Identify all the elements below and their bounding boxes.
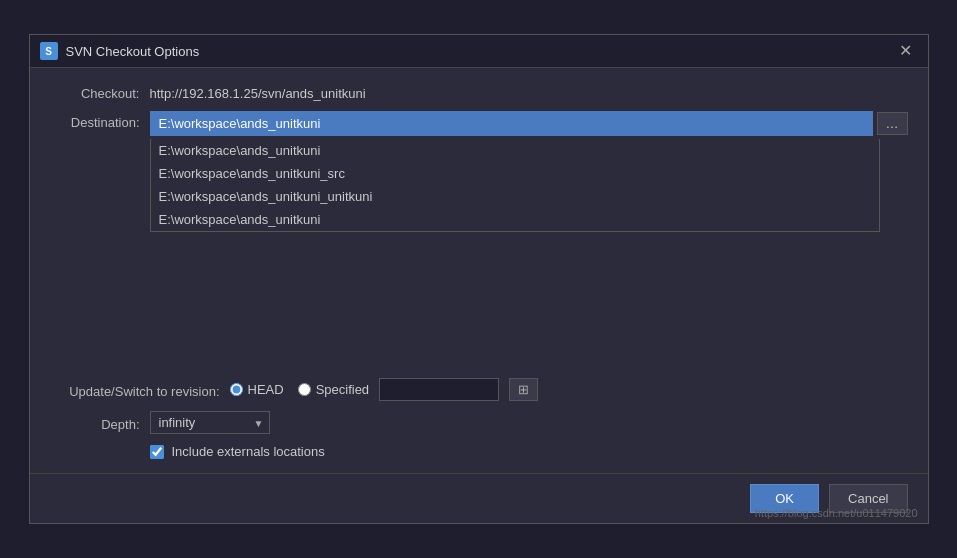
depth-label: Depth: <box>50 413 140 432</box>
dialog-content: Checkout: http://192.168.1.25/svn/ands_u… <box>30 68 928 473</box>
dropdown-item-0[interactable]: E:\workspace\ands_unitkuni <box>151 139 879 162</box>
watermark: https://blog.csdn.net/u011479020 <box>755 507 918 519</box>
checkout-label: Checkout: <box>50 82 140 101</box>
dropdown-item-1[interactable]: E:\workspace\ands_unitkuni_src <box>151 162 879 185</box>
revision-input[interactable] <box>379 378 499 401</box>
dialog-icon: S <box>40 42 58 60</box>
radio-head-label: HEAD <box>248 382 284 397</box>
depth-select-wrapper: infinity immediates files empty <box>150 411 270 434</box>
depth-row: Depth: infinity immediates files empty <box>50 411 908 434</box>
title-bar-left: S SVN Checkout Options <box>40 42 200 60</box>
externals-row: Include externals locations <box>150 444 908 459</box>
dialog-title: SVN Checkout Options <box>66 44 200 59</box>
radio-specified-input[interactable] <box>298 383 311 396</box>
destination-input-row: … <box>150 111 908 136</box>
depth-select[interactable]: infinity immediates files empty <box>150 411 270 434</box>
radio-head-input[interactable] <box>230 383 243 396</box>
externals-checkbox[interactable] <box>150 445 164 459</box>
destination-row: Destination: … E:\workspace\ands_unitkun… <box>50 111 908 136</box>
radio-specified[interactable]: Specified <box>298 382 369 397</box>
radio-specified-label: Specified <box>316 382 369 397</box>
svn-checkout-dialog: S SVN Checkout Options ✕ Checkout: http:… <box>29 34 929 524</box>
destination-label: Destination: <box>50 111 140 130</box>
externals-label: Include externals locations <box>172 444 325 459</box>
revision-folder-button[interactable]: ⊞ <box>509 378 538 401</box>
checkout-row: Checkout: http://192.168.1.25/svn/ands_u… <box>50 82 908 101</box>
dropdown-item-3[interactable]: E:\workspace\ands_unitkuni <box>151 208 879 231</box>
checkout-url: http://192.168.1.25/svn/ands_unitkuni <box>150 82 366 101</box>
destination-input[interactable] <box>150 111 873 136</box>
destination-dropdown: E:\workspace\ands_unitkuni E:\workspace\… <box>150 139 880 232</box>
close-button[interactable]: ✕ <box>893 41 918 61</box>
revision-label: Update/Switch to revision: <box>50 380 220 399</box>
revision-row: Update/Switch to revision: HEAD Specifie… <box>50 378 908 401</box>
title-bar: S SVN Checkout Options ✕ <box>30 35 928 68</box>
destination-container: … E:\workspace\ands_unitkuni E:\workspac… <box>150 111 908 136</box>
radio-head[interactable]: HEAD <box>230 382 284 397</box>
radio-group: HEAD Specified <box>230 382 370 397</box>
browse-button[interactable]: … <box>877 112 908 135</box>
dropdown-item-2[interactable]: E:\workspace\ands_unitkuni_unitkuni <box>151 185 879 208</box>
